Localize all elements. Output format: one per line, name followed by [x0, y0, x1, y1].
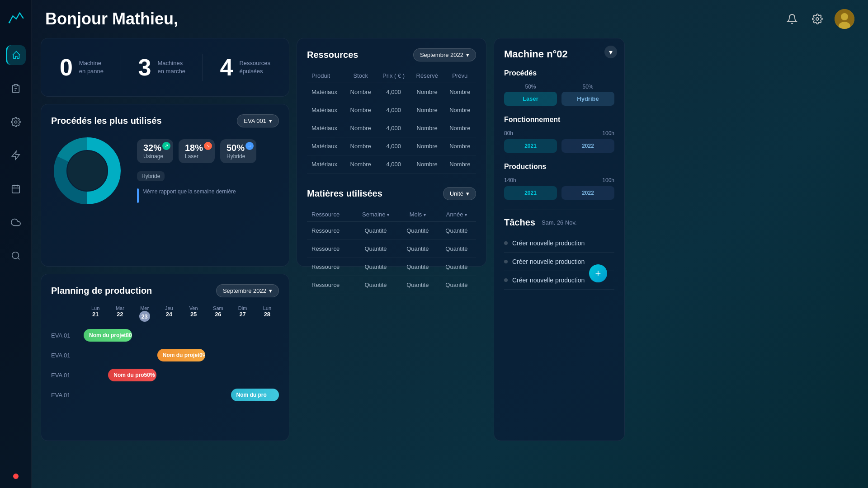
svg-point-19 — [67, 151, 107, 191]
planning-row-2: EVA 01 Nom du projet 0% — [51, 347, 279, 363]
ressources-cell-0-4: Nombre — [444, 83, 476, 101]
row3-bar[interactable]: Nom du pro 50% — [108, 369, 156, 381]
ressources-table-row: MatériauxNombre4,000NombreNombre — [307, 155, 476, 174]
logo[interactable] — [7, 9, 25, 27]
ressources-cell-3-1: Nombre — [344, 137, 377, 155]
sidebar-item-search[interactable] — [6, 246, 26, 266]
stat-machines-marche: 3 Machinesen marche — [138, 54, 185, 81]
page-title: Bonjour Mathieu, — [45, 9, 178, 28]
machine-collapse-btn[interactable]: ▾ — [604, 46, 617, 58]
prod-2022-val: 100h — [602, 177, 614, 183]
row3-bar-inner: Nom du pro 50% — [108, 369, 156, 381]
prod-2022-bar: 2022 — [561, 186, 614, 200]
row3-bar-pct: 50% — [144, 372, 155, 378]
row2-bar-label: Nom du projet — [163, 352, 199, 358]
sidebar-item-calendar[interactable] — [6, 179, 26, 199]
row4-label: EVA 01 — [51, 392, 83, 399]
prod-2022-group: 2022 — [561, 186, 614, 200]
legend-note-bar — [137, 188, 139, 203]
task-dot-2 — [504, 278, 508, 282]
planning-empty-cell — [51, 304, 83, 324]
avatar[interactable] — [835, 9, 854, 29]
planning-header: Planning de production Septembre 2022 ▾ — [51, 284, 279, 297]
laser-pct-label: 18% — [185, 143, 203, 153]
planning-title: Planning de production — [51, 286, 152, 296]
stat-machine-panne: 0 Machineen panne — [60, 54, 104, 81]
sidebar-item-clipboard[interactable] — [6, 79, 26, 99]
ressources-cell-2-3: Nombre — [410, 119, 444, 137]
row2-bar[interactable]: Nom du projet 0% — [157, 349, 206, 361]
status-dot — [13, 474, 19, 479]
procedes-legend: ↗ 32% Usinage ↘ 18% Laser → 50% Hybr — [137, 139, 256, 203]
matieres-table-row: RessourceQuantitéQuantitéQuantité — [307, 222, 476, 240]
col-ressource: Ressource — [307, 207, 353, 222]
row1-bar[interactable]: Nom du projet 80% — [84, 329, 132, 342]
legend-chip-usinage: ↗ 32% Usinage — [137, 139, 173, 163]
machine-procedes-title: Procédés — [504, 69, 614, 77]
matieres-cell-0-3: Quantité — [437, 222, 476, 240]
matieres-dropdown[interactable]: Unité ▾ — [443, 187, 476, 200]
legend-chip-laser: ↘ 18% Laser — [179, 139, 215, 163]
fonct-2022-group: 2022 — [561, 139, 614, 153]
ressources-table-header: Produit Stock Prix ( € ) Réservé Prévu — [307, 69, 476, 83]
col-prix: Prix ( € ) — [377, 69, 410, 83]
fonct-2021-bar: 2021 — [504, 139, 557, 153]
svg-rect-6 — [12, 186, 19, 193]
ressources-cell-2-0: Matériaux — [307, 119, 344, 137]
matieres-table-row: RessourceQuantitéQuantitéQuantité — [307, 258, 476, 276]
prod-2021-val: 140h — [504, 177, 516, 183]
hybride-label: Hybride — [226, 153, 245, 160]
ressources-title: Ressources — [307, 50, 358, 60]
laser-label: Laser — [185, 153, 198, 160]
fonct-2021-val: 80h — [504, 130, 513, 136]
ressources-cell-0-3: Nombre — [410, 83, 444, 101]
header-actions — [784, 9, 854, 29]
tasks-header: Tâches Sam. 26 Nov. — [504, 217, 614, 228]
stat-epuisees-number: 4 — [220, 54, 233, 81]
matieres-cell-2-2: Quantité — [398, 258, 437, 276]
procedes-title: Procédés les plus utilisés — [51, 116, 162, 126]
procedes-header: Procédés les plus utilisés EVA 001 ▾ — [51, 114, 279, 127]
svg-point-0 — [8, 22, 10, 23]
prod-2021-bar: 2021 — [504, 186, 557, 200]
row2-label: EVA 01 — [51, 352, 83, 359]
matieres-cell-1-2: Quantité — [398, 240, 437, 258]
day-ven25: Ven 25 — [182, 304, 205, 324]
hybride-pct-label: 50% — [226, 143, 245, 153]
ressources-cell-4-4: Nombre — [444, 155, 476, 174]
task-dot-0 — [504, 241, 508, 245]
procedes-content: ↗ 32% Usinage ↘ 18% Laser → 50% Hybr — [51, 135, 279, 207]
add-task-btn[interactable]: + — [589, 264, 607, 282]
matieres-cell-0-1: Quantité — [353, 222, 398, 240]
legend-note: Même rapport que la semaine dernière — [137, 188, 256, 203]
legend-chip-hybride: → 50% Hybride — [220, 139, 256, 163]
sidebar-item-cloud[interactable] — [6, 212, 26, 232]
sidebar-item-home[interactable] — [6, 45, 26, 65]
stat-panne-number: 0 — [60, 54, 73, 81]
planning-dropdown[interactable]: Septembre 2022 ▾ — [216, 284, 279, 297]
sidebar-item-settings[interactable] — [6, 112, 26, 132]
machine-card: ▾ Machine n°02 Procédés 50% Laser 50% Hy… — [494, 38, 625, 441]
task-item-0[interactable]: Créer nouvelle production — [504, 234, 614, 253]
day-mer23: Mer 23 — [133, 304, 156, 324]
matieres-table: Ressource Semaine ▾ Mois ▾ Année ▾ Resso… — [307, 207, 476, 294]
row4-bar[interactable]: Nom du pro — [231, 389, 279, 401]
fonct-2022-val: 100h — [602, 130, 614, 136]
settings-gear-icon[interactable] — [809, 11, 826, 27]
day-jeu24: Jeu 24 — [157, 304, 181, 324]
tasks-title: Tâches — [504, 217, 535, 228]
ressources-card: Ressources Septembre 2022 ▾ Produit Stoc… — [297, 38, 486, 267]
ressources-cell-2-4: Nombre — [444, 119, 476, 137]
hybrid-badge: Hybride — [137, 171, 256, 184]
svg-point-14 — [841, 13, 848, 20]
matieres-table-header: Ressource Semaine ▾ Mois ▾ Année ▾ — [307, 207, 476, 222]
sidebar-item-lightning[interactable] — [6, 145, 26, 165]
matieres-cell-1-0: Ressource — [307, 240, 353, 258]
matieres-cell-0-2: Quantité — [398, 222, 437, 240]
row1-bar-label: Nom du projet — [89, 332, 126, 338]
ressources-cell-1-4: Nombre — [444, 101, 476, 119]
notifications-icon[interactable] — [784, 11, 800, 27]
hybride-arrow-icon: → — [245, 142, 254, 150]
procedes-dropdown[interactable]: EVA 001 ▾ — [237, 114, 279, 127]
ressources-dropdown[interactable]: Septembre 2022 ▾ — [413, 48, 476, 61]
